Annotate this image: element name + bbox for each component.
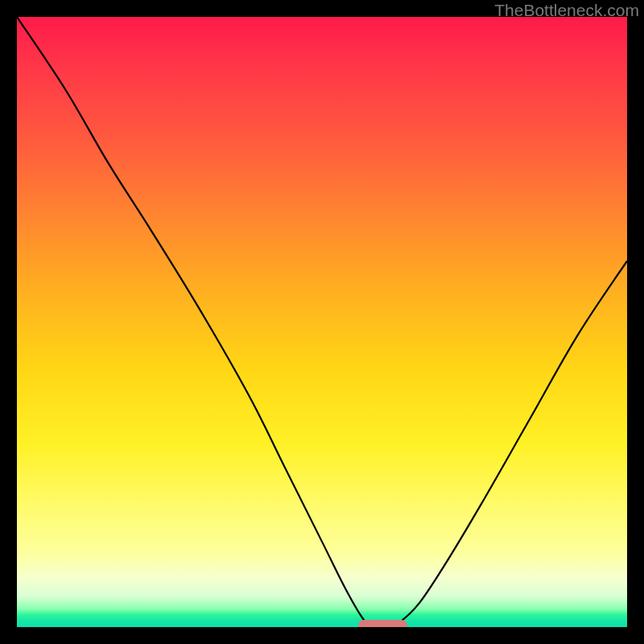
plot-area: [17, 17, 627, 627]
chart-frame: TheBottleneck.com: [0, 0, 644, 644]
optimum-marker: [358, 620, 407, 627]
attribution-label: TheBottleneck.com: [494, 1, 639, 20]
bottleneck-curve: [17, 17, 627, 627]
